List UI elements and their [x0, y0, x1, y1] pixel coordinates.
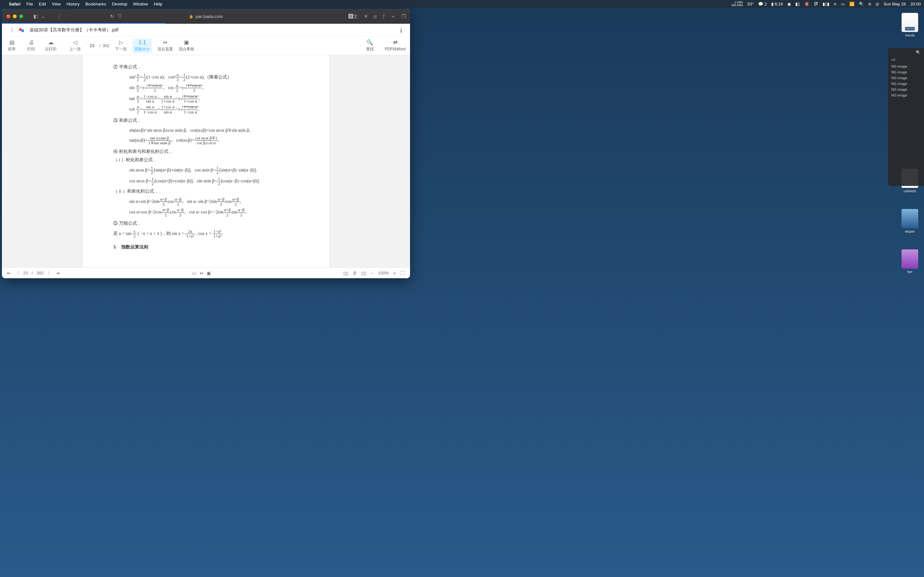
panel-row[interactable]: NG image	[891, 92, 922, 98]
siri-icon[interactable]: ◎	[876, 2, 879, 6]
section-prod-sum-title: ④ 积化和差与和差化积公式．	[113, 147, 299, 156]
menubar-date[interactable]: Sun May 28	[884, 2, 906, 6]
background-panel: 🔍 nd NG image NG image NG image NG image…	[888, 48, 924, 186]
view-fitwidth-icon[interactable]: ⇔	[200, 271, 204, 276]
formula-half-angle-squares: sin²α2=12(1−cos α), cos²α2=12(1+cos α),（…	[113, 73, 299, 82]
menu-bookmarks[interactable]: Bookmarks	[86, 2, 106, 6]
history-icon[interactable]: ↻	[110, 13, 114, 19]
formula-sum-diff-tan-cot: tan(α±β)=tan α±tan β1∓tan αtan β, cot(α±…	[113, 136, 299, 145]
view-book-icon[interactable]: ▯▯	[343, 271, 349, 276]
print-button[interactable]: 🖨︎打印	[26, 40, 37, 52]
view-continuous-icon[interactable]: ⇵	[353, 271, 357, 276]
macos-menubar: Safari File Edit View History Bookmarks …	[0, 0, 924, 8]
translate-icon[interactable]: 🅰︎文	[349, 13, 358, 19]
actual-size-icon: 1:1	[139, 40, 146, 45]
menu-help[interactable]: Help	[153, 2, 162, 6]
weather-indicator[interactable]: 53°	[748, 2, 754, 6]
view-fitpage-icon[interactable]: ▣	[207, 271, 211, 276]
last-page-icon[interactable]: ⇥	[56, 271, 60, 276]
first-page-icon[interactable]: ⇤	[7, 271, 11, 276]
desktop-item-zip[interactable]: her	[901, 250, 918, 274]
close-window-button[interactable]	[6, 15, 10, 18]
share-icon[interactable]: ⤴︎	[383, 14, 385, 19]
menu-develop[interactable]: Develop	[112, 2, 128, 6]
desktop-item-developer[interactable]: eloper	[901, 209, 918, 234]
pdf-footer: ⇤ 〈 23 / 302 〉 ⇥ ▭ ⇔ ▣ ▯▯ ⇵ ▯▯ − 100% + …	[2, 268, 410, 278]
zoom-in-button[interactable]: +	[393, 271, 396, 276]
page-sep: /	[99, 43, 101, 48]
section-sum-diff-title: ③ 和差公式．	[113, 116, 299, 125]
actual-size-button[interactable]: 1:1实际大小	[132, 39, 152, 53]
url-host: pan.baidu.com	[195, 14, 223, 19]
menu-edit[interactable]: Edit	[39, 2, 46, 6]
new-tab-icon[interactable]: ＋	[391, 13, 396, 19]
safari-titlebar: ◧ ⌄ 〈 〉 ↻ ⛉ 🔒 pan.baidu.com 🅰︎文 ✕ ⎚ ⤴︎ ＋…	[2, 9, 410, 24]
document-title: 基础30讲【高等数学分册】（卡卡考研）.pdf	[29, 27, 118, 33]
download-button[interactable]: ⭳	[399, 27, 404, 33]
view-single-icon[interactable]: ▭	[192, 271, 196, 276]
menu-history[interactable]: History	[66, 2, 79, 6]
mute-icon[interactable]: 🔇	[804, 2, 809, 6]
spotlight-icon[interactable]: 🔍	[859, 2, 864, 6]
panel-row[interactable]: NG image	[891, 63, 922, 69]
app-name[interactable]: Safari	[9, 2, 21, 6]
extension-icon[interactable]: ⎚	[374, 14, 376, 19]
pdf-back-button[interactable]: 〈	[8, 26, 13, 34]
toc-button[interactable]: ▤目录	[6, 40, 17, 52]
page-current-input[interactable]	[87, 43, 97, 48]
fit-width-button[interactable]: ⇔适合宽度	[158, 40, 173, 52]
view-twocol-icon[interactable]: ▯▯	[361, 271, 367, 276]
nowplaying-icon[interactable]: ◉	[787, 2, 791, 6]
input-method-icon[interactable]: 拼	[814, 1, 818, 7]
stop-reload-icon[interactable]: ✕	[364, 13, 368, 19]
stats-icon[interactable]: ▮▯▮	[822, 2, 829, 6]
battery-time-icon[interactable]: ▮ 6:19	[771, 2, 783, 6]
next-page-icon[interactable]: 〉	[47, 270, 52, 276]
network-speed-indicator[interactable]: 1 KB/s 183 KB/s	[731, 1, 743, 7]
find-button[interactable]: 🔍查找	[365, 40, 375, 52]
menu-window[interactable]: Window	[133, 2, 148, 6]
panel-row[interactable]: NG image	[891, 75, 922, 81]
panel-row[interactable]: NG image	[891, 69, 922, 75]
menu-file[interactable]: File	[26, 2, 33, 6]
menu-view[interactable]: View	[52, 2, 61, 6]
baidu-pan-logo-icon[interactable]	[18, 27, 25, 34]
wifi-icon[interactable]: 📶	[849, 2, 855, 6]
cloud-print-button[interactable]: ☁︎云打印	[45, 40, 57, 52]
battery2-icon[interactable]: ▭	[841, 2, 845, 6]
prev-page-button[interactable]: ◁上一页	[69, 40, 81, 52]
safari-window: ◧ ⌄ 〈 〉 ↻ ⛉ 🔒 pan.baidu.com 🅰︎文 ✕ ⎚ ⤴︎ ＋…	[2, 9, 410, 278]
privacy-shield-icon[interactable]: ⛉	[118, 14, 122, 19]
next-page-button[interactable]: ▷下一页	[115, 40, 127, 52]
sidebar-toggle-icon[interactable]: ◧	[33, 13, 38, 19]
pdf-header-1: 〈 基础30讲【高等数学分册】（卡卡考研）.pdf ⭳	[2, 24, 410, 37]
pdf-viewport[interactable]: ② 半角公式． sin²α2=12(1−cos α), cos²α2=12(1+…	[2, 55, 410, 268]
traffic-lights	[6, 15, 23, 18]
minimize-window-button[interactable]	[13, 15, 17, 18]
tabgroup-chevron-icon[interactable]: ⌄	[41, 13, 45, 19]
zoom-window-button[interactable]	[19, 15, 23, 18]
battery-icon[interactable]: ▮▯	[795, 2, 800, 6]
prev-page-icon[interactable]: 〈	[15, 270, 19, 276]
nav-forward-icon: 〉	[63, 13, 68, 19]
tab-overview-icon[interactable]: ❐	[401, 13, 405, 19]
net-down: 183 KB/s	[731, 3, 743, 7]
desktop-item-docx[interactable]: ments	[901, 13, 918, 37]
fit-page-button[interactable]: ▣适合界面	[179, 40, 194, 52]
nav-back-icon[interactable]: 〈	[55, 13, 60, 19]
panel-row[interactable]: NG image	[891, 87, 922, 92]
panel-search-icon[interactable]: 🔍	[916, 50, 921, 55]
pdf-to-word-button[interactable]: ⇄PDF转Word	[385, 40, 405, 52]
wechat-status-icon[interactable]: 💬 2	[758, 2, 767, 6]
print-icon: 🖨︎	[29, 40, 34, 45]
fullscreen-icon[interactable]: ⛶	[401, 271, 405, 276]
formula-prod-to-sum-2: cos αcos β=12[cos(α+β)+cos(α−β)], sin αs…	[113, 177, 299, 186]
zoom-out-button[interactable]: −	[371, 271, 373, 276]
menubar-time[interactable]: 20:00	[910, 2, 921, 6]
address-bar[interactable]: 🔒 pan.baidu.com	[189, 14, 223, 19]
panel-row[interactable]: NG image	[891, 81, 922, 87]
bluetooth-icon[interactable]: ⎋	[834, 2, 837, 6]
formula-prod-to-sum-1: sin αcos β=12[sin(α+β)+sin(α−β)], cos αs…	[113, 166, 299, 175]
control-center-icon[interactable]: ⎚	[869, 2, 871, 6]
formula-sum-diff-sin-cos: sin(α±β)=sin αcos β±cos αsin β, cos(α±β)…	[113, 126, 299, 135]
